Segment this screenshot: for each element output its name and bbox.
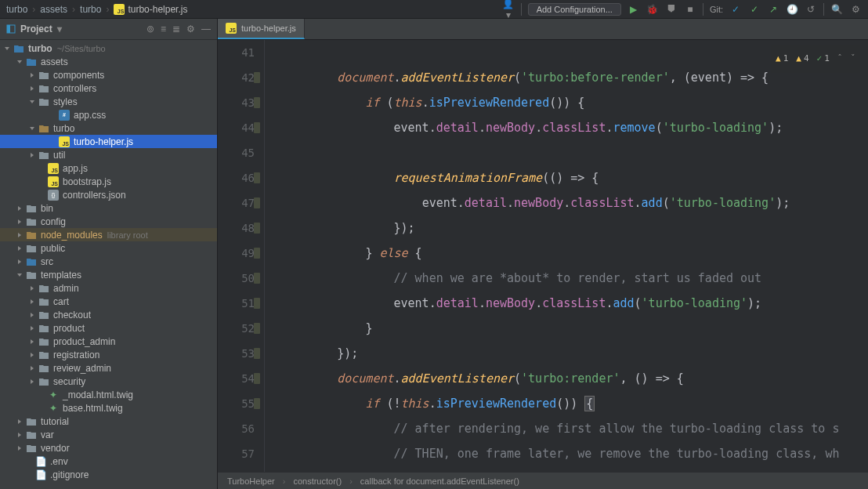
tree-folder[interactable]: checkout <box>0 308 217 321</box>
typo-icon: ▲ <box>796 46 801 71</box>
tree-file[interactable]: # app.css <box>0 108 217 121</box>
editor-content[interactable]: document.addEventListener('turbo:before-… <box>265 40 868 472</box>
structure-crumb[interactable]: TurboHelper <box>227 476 275 486</box>
tree-folder[interactable]: product_admin <box>0 335 217 348</box>
tree-root[interactable]: turbo ~/Sites/turbo <box>0 42 217 55</box>
structure-crumb[interactable]: constructor() <box>293 476 342 486</box>
git-commit-icon[interactable]: ✓ <box>748 4 761 15</box>
tree-file[interactable]: JS bootstrap.js <box>0 175 217 188</box>
git-update-icon[interactable]: ✓ <box>729 4 742 15</box>
next-highlight-icon[interactable]: ˇ <box>850 46 855 71</box>
stop-icon[interactable]: ■ <box>684 4 696 15</box>
tree-label: tutorial <box>41 416 69 427</box>
tree-folder[interactable]: turbo <box>0 121 217 135</box>
tree-folder[interactable]: admin <box>0 281 217 295</box>
settings-icon[interactable]: ⚙ <box>186 24 195 34</box>
tree-folder[interactable]: util <box>0 148 217 161</box>
git-push-icon[interactable]: ↗ <box>767 4 779 15</box>
tree-file[interactable]: ✦_modal.html.twig <box>0 388 217 401</box>
chevron-right-icon <box>16 418 24 426</box>
folder-icon <box>38 362 50 375</box>
project-tree[interactable]: turbo ~/Sites/turbo assets components co… <box>0 40 217 489</box>
git-history-icon[interactable]: 🕘 <box>786 4 798 15</box>
folder-icon <box>25 56 38 68</box>
tree-label: app.js <box>63 163 88 174</box>
git-rollback-icon[interactable]: ↺ <box>805 4 817 15</box>
tree-folder[interactable]: components <box>0 68 217 82</box>
tree-folder[interactable]: bin <box>0 201 217 215</box>
tree-folder[interactable]: templates <box>0 268 217 281</box>
structure-crumb[interactable]: callback for document.addEventListener() <box>360 476 519 486</box>
warning-count: 1 <box>783 46 789 71</box>
tree-folder[interactable]: security <box>0 375 217 388</box>
folder-icon <box>38 122 50 135</box>
tree-label: node_modules <box>41 230 103 241</box>
breadcrumb-item[interactable]: assets <box>40 4 67 15</box>
tree-label: admin <box>53 283 79 294</box>
tree-file[interactable]: 📄.gitignore <box>0 468 217 481</box>
breadcrumb-item[interactable]: turbo <box>80 4 101 15</box>
tree-folder[interactable]: controllers <box>0 82 217 95</box>
tree-file-selected[interactable]: JS turbo-helper.js <box>0 135 217 148</box>
debug-icon[interactable]: 🐞 <box>646 4 659 15</box>
project-sidebar: Project ▾ ⊚ ≡ ≣ ⚙ — turbo ~/Sites/turbo <box>0 19 218 489</box>
tree-folder[interactable]: cart <box>0 295 217 308</box>
tree-folder[interactable]: product <box>0 321 217 335</box>
project-view-selector[interactable]: Project ▾ <box>6 24 146 34</box>
tree-file[interactable]: {} controllers.json <box>0 188 217 201</box>
tree-file[interactable]: JS app.js <box>0 161 217 175</box>
chevron-right-icon <box>16 231 24 239</box>
breadcrumb-file[interactable]: JS turbo-helper.js <box>114 4 187 15</box>
run-config-button[interactable]: Add Configuration... <box>528 3 621 16</box>
breadcrumb-item[interactable]: turbo <box>6 4 27 15</box>
tree-folder-library[interactable]: node_modules library root <box>0 228 217 241</box>
tree-folder[interactable]: registration <box>0 348 217 361</box>
tree-folder[interactable]: review_admin <box>0 361 217 375</box>
folder-icon <box>25 202 38 215</box>
code-editor[interactable]: 414243444546474849505152535455565758 doc… <box>218 40 868 472</box>
editor-tab[interactable]: JS turbo-helper.js <box>218 19 305 39</box>
select-opened-icon[interactable]: ⊚ <box>146 24 154 34</box>
settings-icon[interactable]: ⚙ <box>849 4 862 15</box>
tree-folder[interactable]: assets <box>0 55 217 68</box>
inspection-widget[interactable]: ▲1 ▲4 ✓1 ˆ ˇ <box>771 45 860 73</box>
expand-all-icon[interactable]: ≡ <box>161 24 166 34</box>
folder-icon <box>13 42 25 55</box>
js-file-icon: JS <box>114 4 125 15</box>
coverage-icon[interactable]: ⛊ <box>665 4 678 15</box>
tree-folder[interactable]: styles <box>0 95 217 108</box>
search-icon[interactable]: 🔍 <box>830 4 843 15</box>
tree-folder[interactable]: tutorial <box>0 415 217 428</box>
tree-label: security <box>53 376 85 387</box>
svg-rect-1 <box>7 25 10 33</box>
tree-label: src <box>41 256 53 267</box>
tree-label: review_admin <box>53 363 111 374</box>
user-icon[interactable]: 👤▾ <box>502 0 515 20</box>
chevron-right-icon: › <box>72 4 75 15</box>
tree-folder[interactable]: config <box>0 215 217 228</box>
chevron-down-icon <box>28 125 36 132</box>
tree-file[interactable]: 📄.env <box>0 455 217 468</box>
tree-label: templates <box>41 270 81 281</box>
chevron-right-icon <box>28 364 36 372</box>
editor-gutter[interactable]: 414243444546474849505152535455565758 <box>218 40 265 472</box>
tree-label: components <box>53 70 104 81</box>
js-file-icon: JS <box>47 176 60 188</box>
tree-folder[interactable]: var <box>0 428 217 441</box>
prev-highlight-icon[interactable]: ˆ <box>837 46 843 71</box>
top-toolbar: turbo › assets › turbo › JS turbo-helper… <box>0 0 868 19</box>
chevron-down-icon: ▾ <box>57 24 62 34</box>
tree-folder[interactable]: src <box>0 255 217 268</box>
sidebar-actions: ⊚ ≡ ≣ ⚙ — <box>146 24 211 34</box>
tree-label: bin <box>41 203 53 214</box>
breadcrumb-label: turbo-helper.js <box>128 4 187 15</box>
collapse-all-icon[interactable]: ≣ <box>172 24 180 34</box>
chevron-right-icon <box>28 284 36 292</box>
tree-folder[interactable]: public <box>0 241 217 255</box>
hide-icon[interactable]: — <box>201 24 211 34</box>
tree-file[interactable]: ✦base.html.twig <box>0 401 217 415</box>
run-icon[interactable]: ▶ <box>627 4 640 15</box>
tree-label: var <box>41 429 54 440</box>
toolbar-right: 👤▾ Add Configuration... ▶ 🐞 ⛊ ■ Git: ✓ ✓… <box>502 0 862 20</box>
tree-folder[interactable]: vendor <box>0 441 217 455</box>
